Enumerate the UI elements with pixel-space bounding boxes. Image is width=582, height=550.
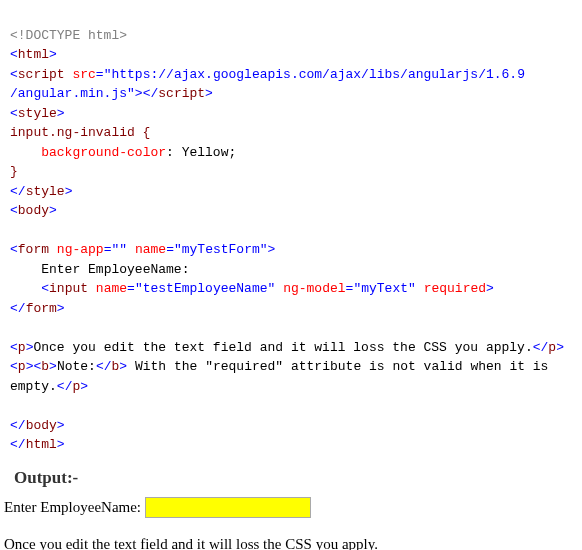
gt: > [57, 418, 65, 433]
body-close: body [26, 418, 57, 433]
indent [10, 145, 41, 160]
q: " [135, 281, 143, 296]
css-selector: input.ng-invalid { [10, 125, 150, 140]
html-close: html [26, 437, 57, 452]
css-prop: background-color [41, 145, 166, 160]
eq: = [96, 67, 104, 82]
eq: = [127, 281, 135, 296]
slash: / [18, 184, 26, 199]
slash: / [18, 437, 26, 452]
gt: > [205, 86, 213, 101]
form-close: form [26, 301, 57, 316]
src-val-1: https://ajax.googleapis.com/ajax/libs/an… [111, 67, 524, 82]
space [88, 281, 96, 296]
para2-seg1: With the "required" attribute is not val… [127, 359, 556, 374]
output-para-1: Once you edit the text field and it will… [4, 533, 572, 551]
gt: > [65, 184, 73, 199]
gt: > [119, 359, 127, 374]
lt: < [96, 359, 104, 374]
ngmodel-attr: ng-model [283, 281, 345, 296]
gt: > [49, 203, 57, 218]
lt: < [10, 242, 18, 257]
style-close: style [26, 184, 65, 199]
form-name-val: myTestForm [182, 242, 260, 257]
doctype: <!DOCTYPE html> [10, 28, 127, 43]
style-open: style [18, 106, 57, 121]
lt: < [533, 340, 541, 355]
slash: / [18, 418, 26, 433]
para1-text: Once you edit the text field and it will… [33, 340, 532, 355]
gt: > [57, 301, 65, 316]
form-text: Enter EmployeeName: [41, 262, 189, 277]
lt: < [10, 359, 18, 374]
gt: > [268, 242, 276, 257]
lt: < [57, 379, 65, 394]
input-name-val: testEmployeeName [143, 281, 268, 296]
para2-seg2: empty. [10, 379, 57, 394]
gt: > [556, 340, 564, 355]
indent [10, 281, 41, 296]
lt: < [10, 301, 18, 316]
lt: < [10, 106, 18, 121]
lt: < [10, 437, 18, 452]
slash: / [18, 301, 26, 316]
script-close: script [158, 86, 205, 101]
gt: > [80, 379, 88, 394]
css-close: } [10, 164, 18, 179]
output-heading: Output:- [14, 465, 572, 491]
code-block: <!DOCTYPE html> <html> <script src="http… [10, 6, 572, 455]
p-open: p [18, 359, 26, 374]
space [49, 242, 57, 257]
lt: < [10, 67, 18, 82]
lt: < [10, 203, 18, 218]
css-val: Yellow [182, 145, 229, 160]
gt: > [57, 106, 65, 121]
space [416, 281, 424, 296]
css-colon: : [166, 145, 182, 160]
indent [10, 262, 41, 277]
gt: > [49, 47, 57, 62]
p-close: p [548, 340, 556, 355]
gt: > [135, 86, 143, 101]
lt: < [41, 281, 49, 296]
src-val-2: /angular.min.js [10, 86, 127, 101]
gt: > [57, 437, 65, 452]
name-attr: name [96, 281, 127, 296]
employee-name-label: Enter EmployeeName: [4, 499, 141, 515]
ngmodel-val: myText [361, 281, 408, 296]
gt: > [486, 281, 494, 296]
html-open: html [18, 47, 49, 62]
lt: < [10, 340, 18, 355]
rendered-output: Enter EmployeeName: Once you edit the te… [4, 496, 572, 550]
b-open: b [41, 359, 49, 374]
input-tag: input [49, 281, 88, 296]
space [275, 281, 283, 296]
eq: = [166, 242, 174, 257]
body-open: body [18, 203, 49, 218]
form-row: Enter EmployeeName: [4, 496, 572, 519]
q: " [127, 86, 135, 101]
lt: < [10, 418, 18, 433]
css-semi: ; [228, 145, 236, 160]
q: " [174, 242, 182, 257]
script-tag: script [18, 67, 65, 82]
employee-name-input[interactable] [145, 497, 311, 518]
p-open: p [18, 340, 26, 355]
space [127, 242, 135, 257]
lt: < [10, 47, 18, 62]
lt: < [10, 184, 18, 199]
gt: > [49, 359, 57, 374]
q: " [119, 242, 127, 257]
q: " [408, 281, 416, 296]
src-attr: src [72, 67, 95, 82]
q: " [260, 242, 268, 257]
slash: / [104, 359, 112, 374]
name-attr: name [135, 242, 166, 257]
form-tag: form [18, 242, 49, 257]
note-bold: Note: [57, 359, 96, 374]
ngapp-attr: ng-app [57, 242, 104, 257]
required-attr: required [424, 281, 486, 296]
